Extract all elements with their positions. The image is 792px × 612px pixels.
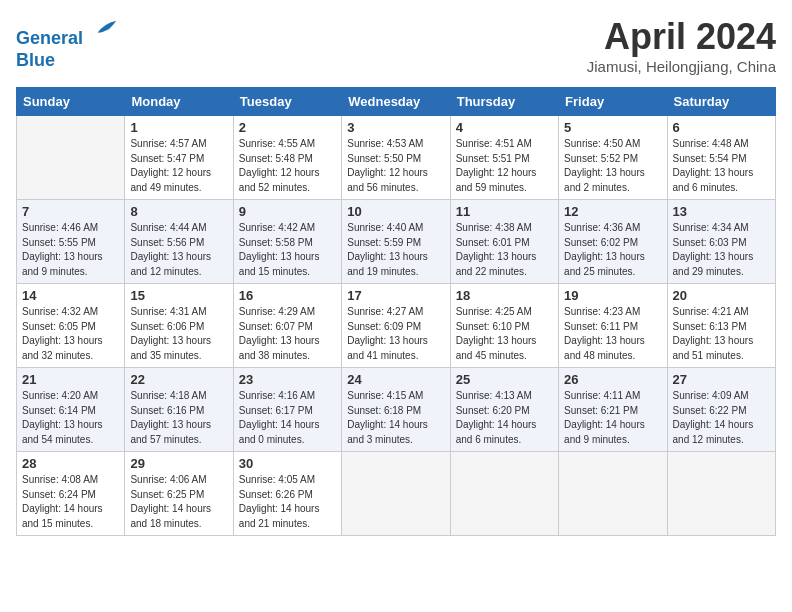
daylight: Daylight: 14 hours and 18 minutes.	[130, 503, 211, 529]
daylight: Daylight: 13 hours and 35 minutes.	[130, 335, 211, 361]
calendar-cell: 5Sunrise: 4:50 AMSunset: 5:52 PMDaylight…	[559, 116, 667, 200]
day-info: Sunrise: 4:06 AMSunset: 6:25 PMDaylight:…	[130, 473, 227, 531]
calendar-cell: 9Sunrise: 4:42 AMSunset: 5:58 PMDaylight…	[233, 200, 341, 284]
day-info: Sunrise: 4:29 AMSunset: 6:07 PMDaylight:…	[239, 305, 336, 363]
day-info: Sunrise: 4:50 AMSunset: 5:52 PMDaylight:…	[564, 137, 661, 195]
day-number: 8	[130, 204, 227, 219]
day-number: 15	[130, 288, 227, 303]
daylight: Daylight: 13 hours and 15 minutes.	[239, 251, 320, 277]
sunrise: Sunrise: 4:50 AM	[564, 138, 640, 149]
sunset: Sunset: 6:13 PM	[673, 321, 747, 332]
calendar-cell: 30Sunrise: 4:05 AMSunset: 6:26 PMDayligh…	[233, 452, 341, 536]
week-row-3: 14Sunrise: 4:32 AMSunset: 6:05 PMDayligh…	[17, 284, 776, 368]
day-number: 23	[239, 372, 336, 387]
sunrise: Sunrise: 4:13 AM	[456, 390, 532, 401]
sunset: Sunset: 5:55 PM	[22, 237, 96, 248]
sunset: Sunset: 6:17 PM	[239, 405, 313, 416]
calendar-cell: 15Sunrise: 4:31 AMSunset: 6:06 PMDayligh…	[125, 284, 233, 368]
calendar-cell: 26Sunrise: 4:11 AMSunset: 6:21 PMDayligh…	[559, 368, 667, 452]
sunset: Sunset: 5:47 PM	[130, 153, 204, 164]
daylight: Daylight: 13 hours and 12 minutes.	[130, 251, 211, 277]
location: Jiamusi, Heilongjiang, China	[587, 58, 776, 75]
day-number: 10	[347, 204, 444, 219]
sunset: Sunset: 6:07 PM	[239, 321, 313, 332]
sunset: Sunset: 6:09 PM	[347, 321, 421, 332]
calendar-cell: 20Sunrise: 4:21 AMSunset: 6:13 PMDayligh…	[667, 284, 775, 368]
calendar-cell	[450, 452, 558, 536]
sunset: Sunset: 6:26 PM	[239, 489, 313, 500]
calendar-cell: 23Sunrise: 4:16 AMSunset: 6:17 PMDayligh…	[233, 368, 341, 452]
day-number: 2	[239, 120, 336, 135]
sunset: Sunset: 6:21 PM	[564, 405, 638, 416]
sunset: Sunset: 6:11 PM	[564, 321, 638, 332]
daylight: Daylight: 12 hours and 52 minutes.	[239, 167, 320, 193]
sunset: Sunset: 6:24 PM	[22, 489, 96, 500]
calendar-cell: 10Sunrise: 4:40 AMSunset: 5:59 PMDayligh…	[342, 200, 450, 284]
calendar-cell: 19Sunrise: 4:23 AMSunset: 6:11 PMDayligh…	[559, 284, 667, 368]
page-header: General Blue April 2024 Jiamusi, Heilong…	[16, 16, 776, 75]
sunrise: Sunrise: 4:21 AM	[673, 306, 749, 317]
day-info: Sunrise: 4:05 AMSunset: 6:26 PMDaylight:…	[239, 473, 336, 531]
day-info: Sunrise: 4:11 AMSunset: 6:21 PMDaylight:…	[564, 389, 661, 447]
daylight: Daylight: 13 hours and 51 minutes.	[673, 335, 754, 361]
calendar-cell: 2Sunrise: 4:55 AMSunset: 5:48 PMDaylight…	[233, 116, 341, 200]
calendar-cell: 29Sunrise: 4:06 AMSunset: 6:25 PMDayligh…	[125, 452, 233, 536]
calendar-cell	[559, 452, 667, 536]
day-number: 27	[673, 372, 770, 387]
day-info: Sunrise: 4:21 AMSunset: 6:13 PMDaylight:…	[673, 305, 770, 363]
day-number: 14	[22, 288, 119, 303]
calendar-cell: 18Sunrise: 4:25 AMSunset: 6:10 PMDayligh…	[450, 284, 558, 368]
sunset: Sunset: 6:06 PM	[130, 321, 204, 332]
logo-text-blue: Blue	[16, 50, 55, 70]
day-number: 1	[130, 120, 227, 135]
sunrise: Sunrise: 4:34 AM	[673, 222, 749, 233]
day-number: 29	[130, 456, 227, 471]
daylight: Daylight: 14 hours and 0 minutes.	[239, 419, 320, 445]
calendar-cell: 6Sunrise: 4:48 AMSunset: 5:54 PMDaylight…	[667, 116, 775, 200]
sunrise: Sunrise: 4:53 AM	[347, 138, 423, 149]
day-info: Sunrise: 4:13 AMSunset: 6:20 PMDaylight:…	[456, 389, 553, 447]
day-info: Sunrise: 4:16 AMSunset: 6:17 PMDaylight:…	[239, 389, 336, 447]
calendar-cell: 21Sunrise: 4:20 AMSunset: 6:14 PMDayligh…	[17, 368, 125, 452]
sunrise: Sunrise: 4:11 AM	[564, 390, 640, 401]
daylight: Daylight: 13 hours and 25 minutes.	[564, 251, 645, 277]
sunrise: Sunrise: 4:46 AM	[22, 222, 98, 233]
calendar-cell: 1Sunrise: 4:57 AMSunset: 5:47 PMDaylight…	[125, 116, 233, 200]
day-number: 30	[239, 456, 336, 471]
sunrise: Sunrise: 4:05 AM	[239, 474, 315, 485]
day-info: Sunrise: 4:15 AMSunset: 6:18 PMDaylight:…	[347, 389, 444, 447]
calendar-cell: 4Sunrise: 4:51 AMSunset: 5:51 PMDaylight…	[450, 116, 558, 200]
day-info: Sunrise: 4:42 AMSunset: 5:58 PMDaylight:…	[239, 221, 336, 279]
day-number: 25	[456, 372, 553, 387]
calendar-cell: 25Sunrise: 4:13 AMSunset: 6:20 PMDayligh…	[450, 368, 558, 452]
day-info: Sunrise: 4:20 AMSunset: 6:14 PMDaylight:…	[22, 389, 119, 447]
day-info: Sunrise: 4:32 AMSunset: 6:05 PMDaylight:…	[22, 305, 119, 363]
col-header-monday: Monday	[125, 88, 233, 116]
day-number: 6	[673, 120, 770, 135]
daylight: Daylight: 13 hours and 38 minutes.	[239, 335, 320, 361]
calendar-cell: 12Sunrise: 4:36 AMSunset: 6:02 PMDayligh…	[559, 200, 667, 284]
day-number: 22	[130, 372, 227, 387]
day-number: 4	[456, 120, 553, 135]
week-row-4: 21Sunrise: 4:20 AMSunset: 6:14 PMDayligh…	[17, 368, 776, 452]
calendar-cell: 28Sunrise: 4:08 AMSunset: 6:24 PMDayligh…	[17, 452, 125, 536]
daylight: Daylight: 13 hours and 19 minutes.	[347, 251, 428, 277]
col-header-sunday: Sunday	[17, 88, 125, 116]
sunrise: Sunrise: 4:38 AM	[456, 222, 532, 233]
col-header-tuesday: Tuesday	[233, 88, 341, 116]
day-info: Sunrise: 4:55 AMSunset: 5:48 PMDaylight:…	[239, 137, 336, 195]
sunset: Sunset: 6:05 PM	[22, 321, 96, 332]
sunset: Sunset: 5:56 PM	[130, 237, 204, 248]
sunrise: Sunrise: 4:44 AM	[130, 222, 206, 233]
sunrise: Sunrise: 4:55 AM	[239, 138, 315, 149]
day-number: 5	[564, 120, 661, 135]
day-number: 12	[564, 204, 661, 219]
day-number: 13	[673, 204, 770, 219]
day-number: 16	[239, 288, 336, 303]
day-info: Sunrise: 4:08 AMSunset: 6:24 PMDaylight:…	[22, 473, 119, 531]
day-info: Sunrise: 4:23 AMSunset: 6:11 PMDaylight:…	[564, 305, 661, 363]
sunset: Sunset: 6:20 PM	[456, 405, 530, 416]
day-info: Sunrise: 4:18 AMSunset: 6:16 PMDaylight:…	[130, 389, 227, 447]
sunset: Sunset: 5:48 PM	[239, 153, 313, 164]
daylight: Daylight: 14 hours and 12 minutes.	[673, 419, 754, 445]
